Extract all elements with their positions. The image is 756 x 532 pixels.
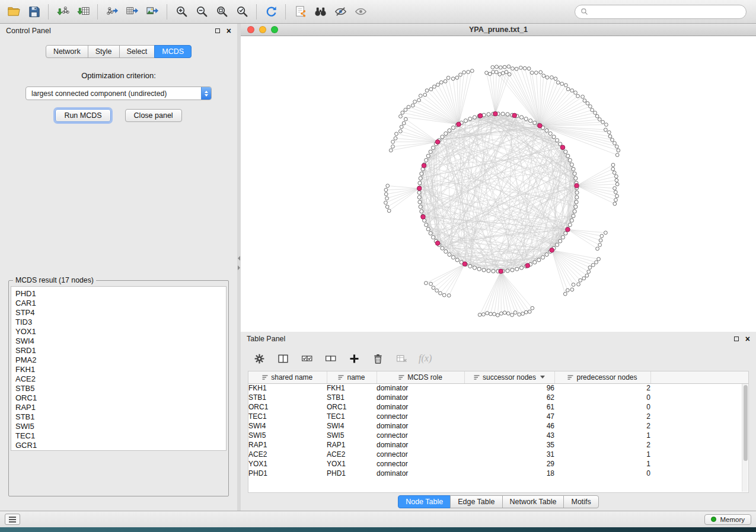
table-row[interactable]: RAP1RAP1dominator352 — [248, 440, 748, 450]
mcds-result-item[interactable]: TEC1 — [15, 431, 226, 441]
toolbar-separator — [167, 4, 167, 20]
open-folder-icon — [7, 5, 21, 18]
mcds-result-item[interactable]: ACE2 — [15, 374, 226, 384]
float-panel-icon[interactable] — [734, 336, 739, 341]
unchecked-boxes-icon — [324, 352, 337, 365]
export-table-button[interactable] — [122, 2, 142, 21]
tab-select[interactable]: Select — [119, 45, 155, 58]
table-panel: Table Panel × f(x) — [241, 332, 756, 511]
mcds-result-item[interactable]: SRD1 — [15, 346, 226, 355]
open-file-button[interactable] — [4, 2, 24, 21]
delete-column-button[interactable] — [369, 350, 387, 367]
close-panel-icon[interactable]: × — [227, 27, 231, 35]
mcds-result-item[interactable]: STB5 — [15, 384, 226, 393]
import-table-button[interactable] — [73, 2, 93, 21]
show-columns-button[interactable] — [274, 350, 292, 367]
show-elements-button[interactable] — [350, 2, 371, 21]
panel-splitter[interactable] — [237, 24, 241, 511]
network-view-window: YPA_prune.txt_1 — [241, 24, 756, 332]
table-row[interactable]: ORC1ORC1dominator610 — [248, 402, 748, 412]
close-panel-icon[interactable]: × — [745, 335, 750, 343]
zoom-fit-icon — [215, 5, 229, 18]
add-column-button[interactable] — [345, 350, 363, 367]
memory-status-icon — [711, 517, 716, 522]
zoom-fit-button[interactable] — [212, 2, 232, 21]
mcds-result-item[interactable]: GCR1 — [15, 441, 226, 450]
zoom-selected-button[interactable] — [232, 2, 252, 21]
search-input[interactable] — [592, 8, 741, 16]
hide-elements-button[interactable] — [330, 2, 350, 21]
tab-style[interactable]: Style — [88, 45, 120, 58]
export-network-button[interactable] — [102, 2, 122, 21]
import-network-button[interactable] — [53, 2, 73, 21]
criterion-dropdown[interactable]: largest connected component (undirected) — [25, 86, 212, 100]
delete-table-button[interactable] — [393, 350, 410, 367]
table-row[interactable]: ACE2ACE2connector311 — [248, 450, 748, 459]
tab-mcds[interactable]: MCDS — [154, 45, 192, 58]
mcds-result-item[interactable]: YOX1 — [15, 327, 226, 336]
mcds-result-title: MCDS result (17 nodes) — [13, 276, 96, 284]
table-row[interactable]: SWI5SWI5connector431 — [248, 431, 748, 440]
splitter-collapse-left-icon[interactable] — [238, 256, 240, 261]
table-row[interactable]: PHD1PHD1dominator180 — [248, 469, 748, 478]
duplicate-network-button[interactable] — [290, 2, 310, 21]
table-row[interactable]: FKH1FKH1dominator962 — [248, 383, 748, 393]
mcds-result-item[interactable]: SWI5 — [15, 422, 226, 431]
run-mcds-button[interactable]: Run MCDS — [55, 109, 110, 122]
export-image-button[interactable] — [142, 2, 162, 21]
splitter-collapse-right-icon[interactable] — [238, 265, 240, 270]
mcds-result-item[interactable]: PMA2 — [15, 355, 226, 365]
network-canvas[interactable] — [241, 36, 756, 332]
task-history-button[interactable] — [5, 514, 20, 525]
mcds-result-item[interactable]: ORC1 — [15, 393, 226, 403]
column-type-icon — [262, 374, 268, 380]
zoom-out-button[interactable] — [192, 2, 212, 21]
tab-edge-table[interactable]: Edge Table — [450, 495, 502, 508]
application-window: Control Panel × NetworkStyleSelectMCDS O… — [0, 0, 756, 532]
column-header-predecessor-nodes[interactable]: predecessor nodes — [554, 371, 650, 383]
mcds-result-item[interactable]: RAP1 — [15, 403, 226, 412]
sort-caret-icon[interactable] — [540, 376, 545, 379]
table-scrollbar-thumb[interactable] — [744, 385, 748, 461]
select-all-button[interactable] — [298, 350, 315, 367]
function-builder-button[interactable]: f(x) — [419, 353, 432, 364]
column-header-name[interactable]: name — [327, 371, 377, 383]
mcds-result-item[interactable]: STP4 — [15, 308, 226, 318]
refresh-icon — [264, 5, 278, 18]
save-session-button[interactable] — [24, 2, 44, 21]
table-row[interactable]: YOX1YOX1connector291 — [248, 459, 748, 469]
column-header-successor-nodes[interactable]: successor nodes — [464, 371, 554, 383]
desktop-background — [0, 527, 756, 532]
mcds-result-item[interactable]: STB1 — [15, 412, 226, 422]
node-table-body: FKH1FKH1dominator962STB1STB1dominator620… — [248, 383, 748, 478]
mcds-result-item[interactable]: FKH1 — [15, 365, 226, 374]
memory-button[interactable]: Memory — [704, 514, 751, 525]
close-panel-button[interactable]: Close panel — [125, 109, 182, 122]
gear-icon — [253, 352, 266, 365]
find-button[interactable] — [310, 2, 330, 21]
import-table-icon — [76, 5, 90, 18]
refresh-layout-button[interactable] — [261, 2, 281, 21]
column-type-icon — [567, 374, 573, 380]
zoom-out-icon — [195, 5, 209, 18]
mcds-result-item[interactable]: TID3 — [15, 318, 226, 327]
mcds-result-item[interactable]: CAR1 — [15, 299, 226, 308]
column-header-mcds-role[interactable]: MCDS role — [377, 371, 464, 383]
tab-motifs[interactable]: Motifs — [563, 495, 598, 508]
node-table-container: shared namenameMCDS rolesuccessor nodesp… — [248, 371, 749, 493]
control-panel-title: Control Panel — [6, 27, 51, 35]
column-header-shared-name[interactable]: shared name — [248, 371, 327, 383]
tab-network-table[interactable]: Network Table — [502, 495, 564, 508]
mcds-result-item[interactable]: SWI4 — [15, 336, 226, 346]
table-row[interactable]: SWI4SWI4dominator462 — [248, 421, 748, 431]
zoom-in-button[interactable] — [171, 2, 192, 21]
mcds-result-item[interactable]: PHD1 — [15, 289, 226, 299]
float-panel-icon[interactable] — [215, 28, 220, 33]
table-settings-button[interactable] — [250, 350, 268, 367]
tab-node-table[interactable]: Node Table — [398, 495, 451, 508]
tab-network[interactable]: Network — [46, 45, 88, 58]
table-row[interactable]: STB1STB1dominator620 — [248, 393, 748, 402]
deselect-all-button[interactable] — [321, 350, 339, 367]
table-row[interactable]: TEC1TEC1connector472 — [248, 412, 748, 421]
table-scrollbar[interactable] — [742, 384, 748, 492]
